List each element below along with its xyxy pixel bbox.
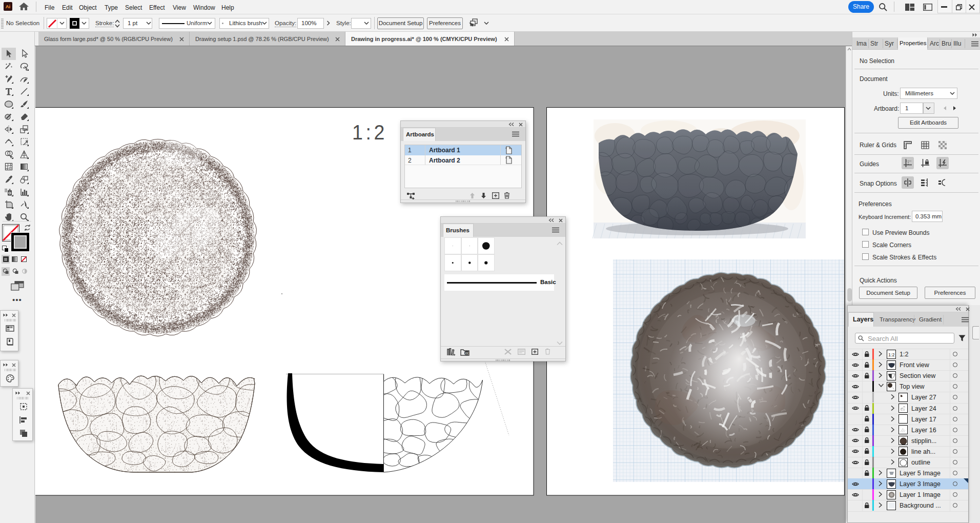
svg-text:0,0: 0,0 [901,408,905,411]
svg-text:1:2: 1:2 [352,121,387,144]
svg-text:1:2: 1:2 [888,352,895,357]
svg-text:cc: cc [465,351,469,355]
